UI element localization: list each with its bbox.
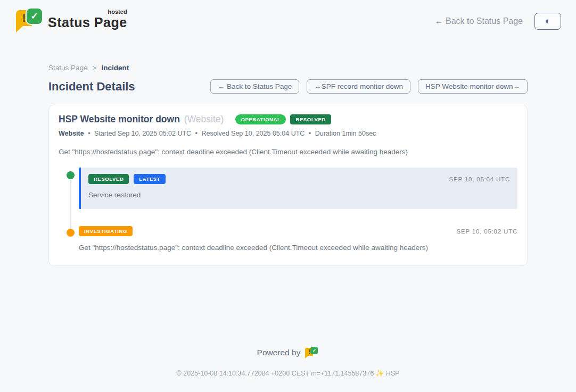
timeline-dot-orange — [67, 229, 75, 237]
timeline-connector-line — [70, 180, 71, 228]
status-page-logo-icon: ! ✓ — [15, 7, 43, 33]
logo-text: Status Page hosted — [48, 11, 127, 30]
breadcrumb-status-page[interactable]: Status Page — [48, 64, 88, 72]
timeline-message: Get "https://hostedstatus.page": context… — [79, 244, 517, 252]
meta-separator: • — [195, 130, 198, 137]
timeline-message: Service restored — [88, 191, 510, 199]
copyright-text: © 2025-10-08 14:10:34.772084 +0200 CEST … — [0, 369, 576, 377]
app-logo[interactable]: ! ✓ Status Page hosted — [15, 7, 127, 33]
logo-check-icon: ✓ — [27, 9, 42, 24]
timeline-badges: INVESTIGATING — [79, 226, 133, 236]
timeline-content: INVESTIGATING SEP 10, 05:02 UTC Get "htt… — [79, 225, 517, 252]
timeline-timestamp: SEP 10, 05:02 UTC — [457, 228, 517, 235]
powered-by: Powered by ! ✓ — [0, 346, 576, 359]
next-incident-button[interactable]: HSP Website monitor down→ — [418, 79, 528, 94]
incident-timeline: RESOLVED LATEST SEP 10, 05:04 UTC Servic… — [59, 168, 517, 252]
timeline-head: RESOLVED LATEST SEP 10, 05:04 UTC — [88, 174, 510, 184]
timeline-highlight-box: RESOLVED LATEST SEP 10, 05:04 UTC Servic… — [79, 168, 517, 209]
page-title: Incident Details — [48, 80, 135, 94]
meta-resolved: Resolved Sep 10, 2025 05:04 UTC — [201, 130, 305, 137]
main-content: Status Page > Incident Incident Details … — [48, 64, 528, 266]
meta-duration: Duration 1min 50sec — [315, 130, 376, 137]
timeline-item-investigating: INVESTIGATING SEP 10, 05:02 UTC Get "htt… — [59, 225, 517, 252]
brand-hosted-label: hosted — [108, 9, 127, 15]
title-row: Incident Details ← Back to Status Page ←… — [48, 79, 528, 94]
incident-title-row: HSP Website monitor down (Website) OPERA… — [59, 114, 517, 125]
timeline-item-resolved: RESOLVED LATEST SEP 10, 05:04 UTC Servic… — [59, 168, 517, 209]
hsp-logo-icon[interactable]: ! ✓ — [305, 346, 319, 359]
meta-component: Website — [59, 130, 84, 137]
timeline-badges: RESOLVED LATEST — [88, 174, 166, 184]
back-to-status-page-link[interactable]: ← Back to Status Page — [435, 16, 523, 26]
timeline-dot-column — [59, 168, 79, 179]
timeline-content: RESOLVED LATEST SEP 10, 05:04 UTC Servic… — [79, 168, 517, 209]
incident-meta: Website • Started Sep 10, 2025 05:02 UTC… — [59, 130, 517, 137]
theme-toggle-button[interactable]: ◐ — [534, 13, 561, 30]
timeline-dot-green — [67, 171, 75, 179]
header: ! ✓ Status Page hosted ← Back to Status … — [0, 0, 576, 33]
breadcrumb-separator: > — [93, 64, 97, 72]
powered-by-label: Powered by — [257, 348, 301, 357]
brand-name: Status Page — [48, 15, 127, 30]
meta-separator: • — [88, 130, 90, 137]
footer: Powered by ! ✓ © 2025-10-08 14:10:34.772… — [0, 346, 576, 377]
resolved-badge: RESOLVED — [88, 174, 129, 184]
breadcrumb-incident: Incident — [101, 64, 129, 72]
half-circle-icon: ◐ — [545, 16, 550, 27]
resolved-badge: RESOLVED — [290, 114, 331, 124]
timeline-dot-column — [59, 225, 79, 237]
meta-separator: • — [309, 130, 311, 137]
latest-badge: LATEST — [134, 174, 166, 184]
timeline-head: INVESTIGATING SEP 10, 05:02 UTC — [79, 226, 517, 236]
investigating-badge: INVESTIGATING — [79, 226, 133, 236]
incident-title: HSP Website monitor down — [59, 114, 180, 125]
meta-started: Started Sep 10, 2025 05:02 UTC — [94, 130, 191, 137]
back-to-status-page-button[interactable]: ← Back to Status Page — [210, 79, 300, 94]
prev-incident-button[interactable]: ←SPF record monitor down — [307, 79, 410, 94]
operational-badge: OPERATIONAL — [235, 114, 286, 124]
breadcrumb: Status Page > Incident — [48, 64, 528, 72]
logo-check-icon: ✓ — [310, 347, 318, 354]
header-right: ← Back to Status Page ◐ — [435, 13, 561, 30]
incident-nav-buttons: ← Back to Status Page ←SPF record monito… — [210, 79, 528, 94]
incident-card: HSP Website monitor down (Website) OPERA… — [48, 105, 528, 266]
incident-component: (Website) — [184, 114, 224, 125]
timeline-timestamp: SEP 10, 05:04 UTC — [449, 176, 510, 182]
incident-description: Get "https://hostedstatus.page": context… — [59, 148, 517, 156]
